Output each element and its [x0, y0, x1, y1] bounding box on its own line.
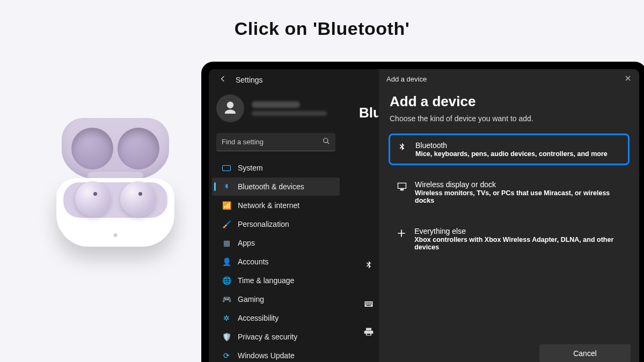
accessibility-icon: ✲ [222, 313, 231, 323]
person-icon: 👤 [222, 257, 231, 267]
nav-privacy[interactable]: 🛡️ Privacy & security [212, 328, 340, 346]
nav-label: Network & internet [238, 201, 299, 210]
option-wireless-display[interactable]: Wireless display or dock Wireless monito… [390, 174, 628, 211]
system-icon [222, 163, 231, 173]
dialog-title: Add a device [390, 93, 628, 110]
option-title: Bluetooth [415, 141, 608, 150]
option-title: Everything else [414, 227, 622, 235]
apps-icon: ▦ [222, 238, 231, 248]
avatar-icon [216, 94, 244, 122]
nav-label: System [238, 164, 263, 172]
option-desc: Wireless monitors, TVs, or PCs that use … [415, 189, 622, 204]
laptop-frame: Settings Find a setting System Bluetooth… [201, 62, 644, 362]
option-desc: Xbox controllers with Xbox Wireless Adap… [414, 236, 622, 251]
nav-label: Personalization [238, 220, 289, 228]
nav-label: Gaming [238, 295, 264, 304]
search-icon [323, 137, 330, 146]
nav-system[interactable]: System [212, 159, 340, 177]
nav-accounts[interactable]: 👤 Accounts [212, 253, 340, 271]
nav-bluetooth-devices[interactable]: Bluetooth & devices [212, 178, 340, 196]
nav-label: Windows Update [238, 351, 295, 360]
nav-label: Time & language [238, 276, 294, 285]
search-input[interactable]: Find a setting [216, 133, 335, 151]
nav-accessibility[interactable]: ✲ Accessibility [212, 309, 340, 327]
update-icon: ⟳ [222, 351, 231, 360]
brush-icon: 🖌️ [222, 219, 231, 229]
search-placeholder: Find a setting [222, 138, 264, 146]
printer-side-icon [361, 324, 376, 339]
cancel-label: Cancel [573, 349, 597, 358]
bluetooth-icon [396, 141, 408, 153]
nav-label: Accounts [238, 257, 269, 266]
earbuds-illustration [54, 118, 177, 257]
nav-time-language[interactable]: 🌐 Time & language [212, 271, 340, 290]
gaming-icon: 🎮 [222, 294, 231, 304]
profile-email-redacted [252, 111, 327, 116]
dialog-subtitle: Choose the kind of device you want to ad… [390, 114, 628, 123]
nav-apps[interactable]: ▦ Apps [212, 234, 340, 252]
bluetooth-side-icon [361, 258, 376, 273]
nav-gaming[interactable]: 🎮 Gaming [212, 290, 340, 308]
option-everything-else[interactable]: Everything else Xbox controllers with Xb… [390, 220, 628, 257]
back-arrow-icon[interactable] [218, 75, 227, 85]
plus-icon [396, 227, 407, 239]
nav-label: Bluetooth & devices [238, 182, 304, 191]
bluetooth-icon [222, 182, 231, 191]
nav-label: Privacy & security [238, 333, 297, 341]
profile-name-redacted [252, 101, 300, 108]
instruction-headline: Click on 'Bluetooth' [0, 18, 644, 39]
wifi-icon: 📶 [222, 201, 231, 210]
dialog-topbar-title: Add a device [386, 75, 427, 83]
cancel-button[interactable]: Cancel [539, 344, 631, 362]
globe-icon: 🌐 [222, 276, 231, 285]
option-title: Wireless display or dock [415, 180, 622, 189]
keyboard-side-icon [361, 297, 376, 312]
nav-label: Accessibility [238, 314, 279, 322]
shield-icon: 🛡️ [222, 332, 231, 342]
settings-nav: System Bluetooth & devices 📶 Network & i… [209, 159, 343, 362]
display-icon [396, 180, 407, 192]
window-title: Settings [236, 76, 263, 84]
nav-windows-update[interactable]: ⟳ Windows Update [212, 346, 340, 362]
add-device-dialog: Add a device Add a device Choose the kin… [378, 69, 639, 362]
option-desc: Mice, keyboards, pens, audio devices, co… [415, 150, 608, 158]
nav-network[interactable]: 📶 Network & internet [212, 196, 340, 215]
nav-label: Apps [238, 239, 255, 247]
nav-personalization[interactable]: 🖌️ Personalization [212, 215, 340, 233]
option-bluetooth[interactable]: Bluetooth Mice, keyboards, pens, audio d… [390, 135, 628, 164]
close-icon[interactable] [624, 75, 632, 84]
